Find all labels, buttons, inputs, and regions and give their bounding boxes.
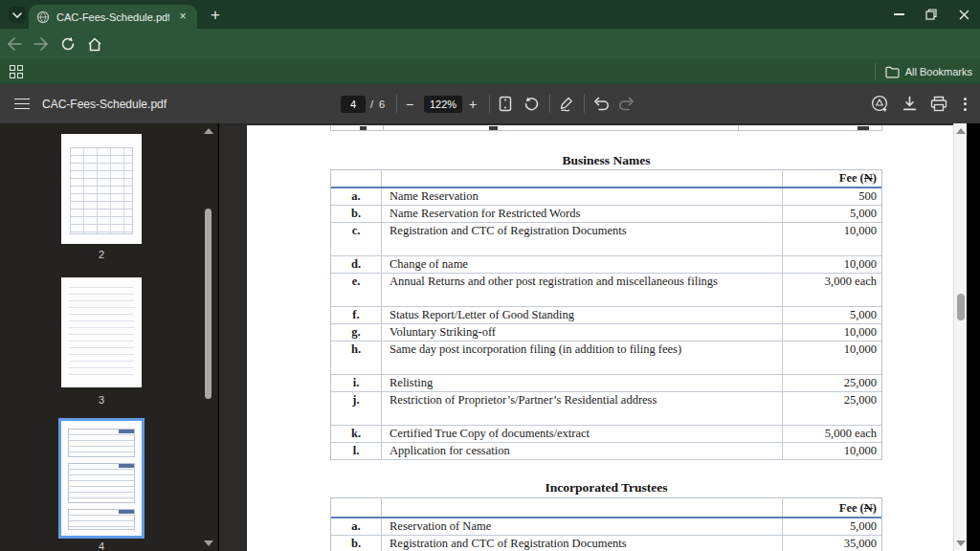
all-bookmarks-label: All Bookmarks	[905, 66, 972, 77]
cell-fee: 5,000	[783, 307, 881, 323]
table-row: d.Change of name10,000	[331, 256, 881, 274]
scrollbar-thumb[interactable]	[205, 209, 212, 399]
toolbar-separator	[549, 95, 550, 113]
fee-header: Fee (N)	[783, 498, 881, 517]
thumbnail-label: 2	[61, 249, 142, 260]
download-pdf-button[interactable]	[902, 96, 918, 112]
toolbar-separator	[489, 95, 490, 113]
section-title: Incorporated Trustees	[330, 480, 882, 496]
forward-button[interactable]	[29, 32, 54, 56]
reload-button[interactable]	[56, 32, 80, 56]
business-names-table: Fee (N) a.Name Reservation500b.Name Rese…	[330, 169, 882, 460]
back-button[interactable]	[2, 32, 27, 56]
tab-close-button[interactable]: ×	[176, 11, 189, 24]
bookmarks-bar: All Bookmarks	[0, 59, 980, 84]
pdf-filename: CAC-Fees-Schedule.pdf	[42, 84, 167, 123]
scroll-up-icon[interactable]	[204, 128, 213, 134]
table-row: h.Same day post incorporation filing (in…	[331, 342, 881, 375]
zoom-in-button[interactable]: +	[469, 84, 477, 123]
fit-page-button[interactable]	[499, 84, 512, 123]
thumbnail-page-4-selected[interactable]	[58, 418, 145, 539]
scroll-down-icon[interactable]	[204, 540, 213, 546]
cell-letter: d.	[331, 256, 382, 273]
cell-fee: 10,000	[783, 342, 881, 374]
cell-desc: Reservation of Name	[382, 518, 783, 535]
home-button[interactable]	[82, 32, 107, 56]
cell-fee: 10,000	[783, 443, 881, 459]
scrollbar-thumb[interactable]	[957, 294, 965, 320]
document-scrollbar[interactable]	[953, 123, 967, 551]
restore-button[interactable]	[915, 0, 947, 29]
cell-letter: a.	[331, 518, 382, 535]
table-row: a.Name Reservation500	[331, 188, 881, 206]
chevron-down-icon	[12, 12, 22, 18]
apps-grid-icon[interactable]	[10, 65, 23, 78]
table-header-row: Fee (N)	[331, 498, 881, 518]
cell-desc: Change of name	[382, 256, 783, 273]
pdf-more-options-button[interactable]	[960, 98, 970, 111]
thumbnail-preview	[68, 429, 135, 457]
pdf-toolbar: CAC-Fees-Schedule.pdf 4 /6 − 122% +	[0, 84, 980, 123]
rotate-button[interactable]	[523, 84, 540, 123]
print-button[interactable]	[930, 96, 947, 112]
cell-fee: 500	[783, 188, 881, 205]
annotate-button[interactable]	[559, 84, 576, 123]
browser-tab[interactable]: CAC-Fees-Schedule.pdf ×	[29, 5, 197, 29]
table-row: k.Certified True Copy of documents/extra…	[331, 426, 881, 443]
thumbnail-label: 4	[61, 540, 142, 551]
pdf-menu-button[interactable]	[13, 84, 31, 123]
table-row: b.Registration and CTC of Registration D…	[331, 536, 881, 551]
cell-letter: l.	[331, 443, 382, 459]
page-count: /6	[370, 84, 385, 123]
cell-desc: Relisting	[382, 375, 783, 391]
cell-desc: Application for cessation	[382, 443, 783, 459]
table-row: b.Name Reservation for Restricted Words5…	[331, 206, 881, 223]
all-bookmarks-button[interactable]: All Bookmarks	[875, 59, 972, 84]
home-icon	[87, 37, 102, 52]
cell-fee: 5,000 each	[783, 426, 881, 442]
table-row: f.Status Report/Letter of Good Standing5…	[331, 307, 881, 324]
cell-desc: Status Report/Letter of Good Standing	[382, 307, 783, 323]
pdf-page: Business Names Fee (N) a.Name Reservatio…	[247, 125, 967, 551]
cell-desc: Annual Returns and other post registrati…	[382, 274, 783, 306]
scroll-up-icon[interactable]	[956, 128, 966, 134]
scroll-down-icon[interactable]	[956, 540, 966, 546]
cell-letter: g.	[331, 324, 382, 341]
annotate-pen-icon	[559, 96, 576, 112]
thumbnail-page-2[interactable]	[61, 134, 142, 244]
redo-button[interactable]	[618, 84, 635, 123]
table-row: g.Voluntary Striking-off10,000	[331, 324, 881, 342]
cell-fee: 10,000	[783, 223, 881, 255]
cell-letter: e.	[331, 274, 382, 306]
sidebar-scrollbar[interactable]	[203, 123, 214, 551]
globe-favicon-icon	[36, 11, 50, 24]
cell-fee: 10,000	[783, 324, 881, 341]
save-to-drive-button[interactable]	[871, 95, 889, 113]
minimize-icon	[894, 13, 904, 14]
minimize-button[interactable]	[882, 0, 915, 29]
tab-search-button[interactable]	[9, 7, 26, 23]
new-tab-button[interactable]: +	[203, 4, 228, 27]
cell-desc: Registration and CTC of Registration Doc…	[382, 536, 783, 551]
document-viewer: Business Names Fee (N) a.Name Reservatio…	[219, 123, 967, 551]
cell-desc: Same day post incorporation filing (in a…	[382, 342, 783, 374]
zoom-out-button[interactable]: −	[406, 84, 413, 123]
undo-button[interactable]	[593, 84, 610, 123]
zoom-level[interactable]: 122%	[424, 96, 462, 113]
close-icon	[959, 10, 969, 20]
naira-symbol: N	[864, 501, 873, 515]
reload-icon	[60, 36, 76, 52]
cell-letter: k.	[331, 426, 382, 442]
browser-window: CAC-Fees-Schedule.pdf × +	[0, 0, 980, 551]
page-number-input[interactable]: 4	[341, 96, 366, 113]
close-button[interactable]	[947, 0, 980, 29]
download-icon	[902, 96, 918, 112]
cell-letter: j.	[331, 392, 382, 425]
cell-fee: 5,000	[783, 206, 881, 222]
thumbnail-page-3[interactable]	[61, 277, 142, 387]
pdf-content-area: 2 3 4	[0, 123, 980, 551]
thumbnail-preview	[68, 509, 135, 530]
table-row: c.Registration and CTC of Registration D…	[331, 223, 881, 256]
thumbnail-preview	[68, 463, 135, 503]
cell-letter: h.	[331, 342, 382, 374]
